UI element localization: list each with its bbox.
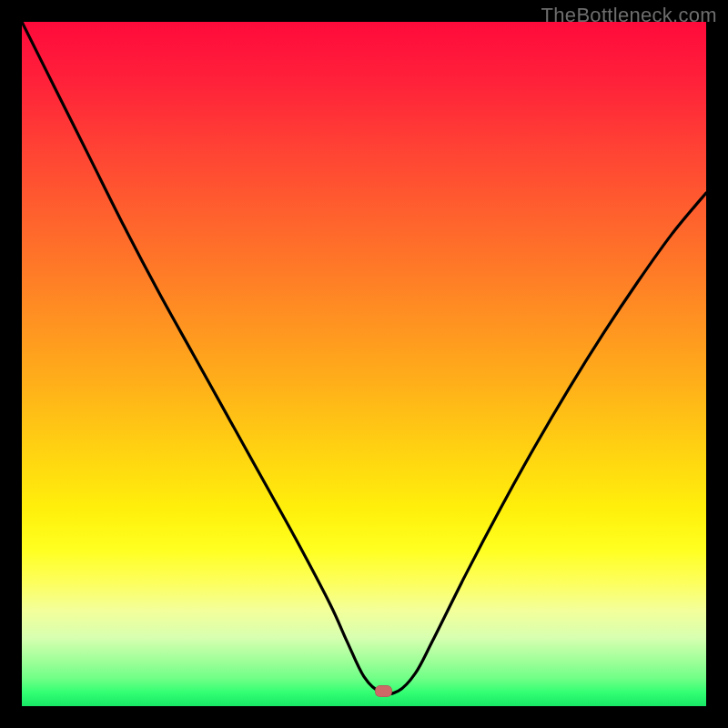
- watermark-text: TheBottleneck.com: [541, 4, 717, 27]
- plot-area: [22, 22, 706, 706]
- curve-path: [22, 22, 706, 694]
- optimal-point-marker: [375, 685, 392, 697]
- bottleneck-curve: [22, 22, 706, 706]
- chart-frame: TheBottleneck.com: [0, 0, 728, 728]
